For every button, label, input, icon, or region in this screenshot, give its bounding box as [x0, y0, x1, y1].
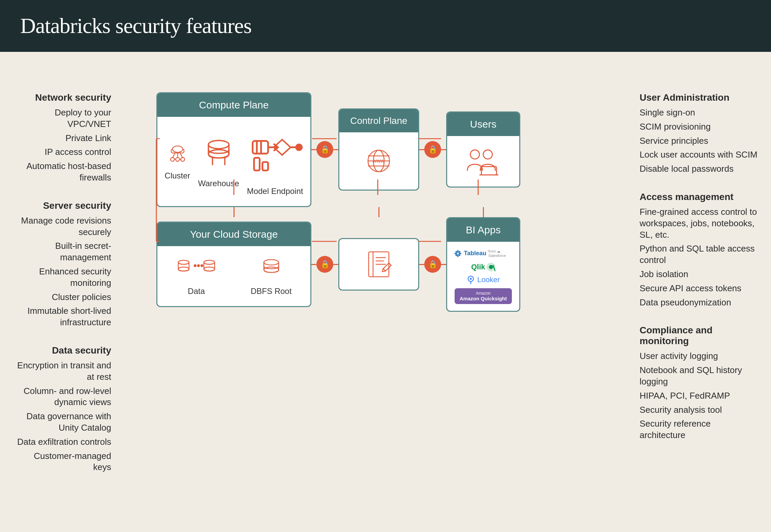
access-mgmt-item-2: Python and SQL table access control	[640, 243, 758, 266]
cluster-icon-group: Cluster	[165, 142, 190, 180]
access-mgmt-item-4: Secure API access tokens	[640, 283, 758, 294]
lock-icon-top-1: 🔒	[316, 141, 333, 158]
data-item-5: Customer-managed keys	[13, 451, 111, 473]
warehouse-icon-group: Warehouse	[198, 134, 239, 188]
data-item-1: Encryption in transit and at rest	[13, 360, 111, 383]
code-editor-icon	[364, 249, 394, 279]
main-content: Network security Deploy to your VPC/VNET…	[0, 52, 771, 523]
bi-apps-header: BI Apps	[447, 218, 519, 242]
server-item-3: Enhanced security monitoring	[13, 266, 111, 289]
www-icon: www	[364, 146, 394, 176]
access-mgmt-item-1: Fine-grained access control to workspace…	[640, 206, 758, 240]
users-icon	[456, 146, 510, 176]
warehouse-label: Warehouse	[198, 179, 239, 188]
data-label: Data	[188, 287, 205, 296]
user-admin-item-2: SCIM provisioning	[640, 121, 758, 133]
server-item-2: Built-in secret-management	[13, 240, 111, 263]
server-security-title: Server security	[13, 200, 111, 211]
vert-line-control	[338, 207, 419, 217]
qlik-text: Qlik	[471, 263, 485, 271]
gap-2	[419, 207, 446, 217]
vert-line-control-bar	[378, 207, 379, 217]
model-endpoint-icon-group: Model Endpoint	[247, 127, 303, 196]
lock-storage-control-bottom: 🔒	[311, 256, 338, 273]
right-sidebar: User Administration Single sign-on SCIM …	[629, 72, 758, 510]
svg-point-48	[204, 267, 215, 271]
tableau-text: Tableau	[464, 250, 487, 257]
control-plane-bottom	[338, 238, 419, 291]
svg-rect-68	[458, 252, 460, 252]
svg-point-71	[489, 265, 493, 269]
dbfs-label: DBFS Root	[251, 287, 291, 296]
page-wrapper: Databricks security features Network sec…	[0, 0, 771, 523]
dbfs-icon	[258, 256, 285, 283]
quicksight-text: Amazon Quicksight	[458, 296, 508, 301]
compute-plane-box: Compute Plane	[156, 92, 311, 207]
compliance-item-4: Security analysis tool	[640, 404, 758, 416]
data-item-2: Column- and row-level dynamic views	[13, 386, 111, 408]
network-item-3: IP access control	[13, 146, 111, 158]
svg-rect-59	[457, 254, 458, 257]
svg-rect-31	[263, 162, 268, 170]
network-item-4: Automatic host-based firewalls	[13, 161, 111, 184]
left-sidebar: Network security Deploy to your VPC/VNET…	[13, 72, 121, 510]
data-item-4: Data exfiltration controls	[13, 436, 111, 448]
tableau-icon	[454, 248, 462, 259]
server-item-5: Immutable short-lived infrastructure	[13, 305, 111, 328]
network-item-2: Private Link	[13, 133, 111, 144]
access-mgmt-item-5: Data pseudonymization	[640, 297, 758, 308]
qlik-logo: Qlik	[471, 263, 495, 271]
lock-icon-top-2: 🔒	[424, 141, 441, 158]
svg-point-38	[470, 150, 480, 159]
cloud-storage-body: Data	[157, 246, 310, 306]
control-plane-header: Control Plane	[339, 109, 418, 132]
control-plane-bottom-body	[357, 239, 401, 290]
svg-point-19	[208, 141, 229, 149]
svg-rect-60	[455, 253, 457, 254]
svg-point-47	[204, 260, 215, 264]
vert-line-users	[446, 207, 520, 217]
svg-point-74	[470, 278, 472, 280]
qlik-icon	[487, 263, 495, 271]
center-diagram: Compute Plane	[121, 72, 629, 510]
lock-control-users-top: 🔒	[419, 141, 446, 158]
compliance-item-3: HIPAA, PCI, FedRAMP	[640, 390, 758, 402]
dbfs-icon-group: DBFS Root	[251, 256, 291, 296]
access-mgmt-title: Access management	[640, 192, 758, 202]
full-diagram: Compute Plane	[156, 92, 594, 312]
server-item-1: Manage code revisions securely	[13, 215, 111, 238]
diagram-top-row: Compute Plane	[156, 92, 594, 207]
lock-icon-bottom-2: 🔒	[424, 256, 441, 273]
cloud-storage-box: Your Cloud Storage	[156, 222, 311, 307]
access-mgmt-item-3: Job isolation	[640, 269, 758, 280]
bi-apps-box: BI Apps	[446, 217, 520, 312]
amazon-text: Amazon	[458, 291, 508, 296]
vertical-connectors	[156, 207, 594, 217]
compliance-item-5: Security reference architecture	[640, 418, 758, 441]
svg-rect-30	[254, 158, 259, 171]
svg-rect-69	[458, 255, 460, 255]
cloud-storage-header: Your Cloud Storage	[157, 223, 310, 246]
model-endpoint-label: Model Endpoint	[247, 187, 303, 196]
looker-text: Looker	[477, 275, 500, 284]
user-admin-item-4: Lock user accounts with SCIM	[640, 149, 758, 161]
svg-point-43	[178, 267, 189, 271]
svg-rect-40	[481, 167, 496, 175]
control-plane-body: www	[357, 132, 401, 190]
cluster-icon	[165, 142, 190, 168]
data-item-3: Data governance with Unity Catalog	[13, 411, 111, 434]
vert-line-users-bar	[483, 207, 484, 217]
user-admin-item-5: Disable local passwords	[640, 163, 758, 175]
svg-point-49	[264, 260, 279, 265]
lock-control-biapps-bottom: 🔒	[419, 256, 446, 273]
header: Databricks security features	[0, 0, 771, 52]
svg-point-42	[178, 260, 189, 264]
compute-plane-body: Cluster	[157, 117, 310, 206]
vert-line-compute-bar	[234, 207, 235, 217]
network-item-1: Deploy to your VPC/VNET	[13, 107, 111, 130]
compliance-title: Compliance and monitoring	[640, 325, 758, 346]
data-security-title: Data security	[13, 345, 111, 356]
data-icon-group: Data	[176, 256, 217, 296]
svg-rect-67	[455, 255, 457, 255]
svg-rect-66	[455, 252, 457, 252]
